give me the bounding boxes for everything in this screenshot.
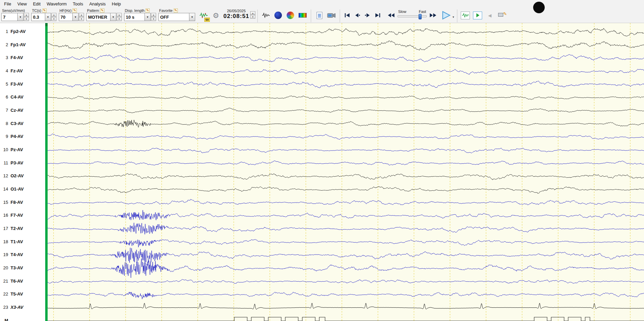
tc-spinner[interactable]: ▲▼ <box>51 13 56 21</box>
channel-row-C4-AV[interactable]: 6C4-AV <box>0 94 23 100</box>
hf-edit-icon[interactable]: ✎ <box>72 8 77 13</box>
control-tc: TC(s)✎0.3▼▲▼ <box>31 8 56 21</box>
channel-row-F8-AV[interactable]: 15F8-AV <box>0 200 23 206</box>
menu-analysis[interactable]: Analysis <box>86 0 108 7</box>
tc-dropdown-arrow[interactable]: ▼ <box>45 13 51 21</box>
channel-number: 6 <box>0 94 8 100</box>
disp-length-dropdown[interactable]: 10 s▼ <box>124 13 151 21</box>
channel-row-Fp2-AV[interactable]: 1Fp2-AV <box>0 29 26 35</box>
time-spinner[interactable]: ▲▼ <box>250 11 255 19</box>
channel-row-T3-AV[interactable]: 20T3-AV <box>0 265 23 271</box>
disp-length-edit-icon[interactable]: ✎ <box>146 8 150 13</box>
channel-row-T2-AV[interactable]: 17T2-AV <box>0 226 23 232</box>
speed-slider-track[interactable] <box>397 15 427 17</box>
auto-play-button[interactable] <box>472 10 484 21</box>
favorite-dropdown-arrow[interactable]: ▼ <box>189 13 195 21</box>
channel-row-X3-AV[interactable]: 23X3-AV <box>0 305 23 310</box>
go-last-button[interactable] <box>373 11 383 20</box>
montage-editor-button[interactable]: ✎ <box>496 10 508 21</box>
notch-filter-button[interactable]: 50 <box>198 10 209 21</box>
menu-help[interactable]: Help <box>109 0 124 7</box>
back-page-button[interactable]: ◀ <box>484 10 496 21</box>
speed-slider[interactable]: Slow Fast <box>397 10 427 17</box>
waveform-montage-button[interactable] <box>260 10 272 21</box>
channel-row-F3-AV[interactable]: 5F3-AV <box>0 82 23 87</box>
toolbar-separator <box>311 10 311 22</box>
hf-value: 70 <box>59 13 72 21</box>
channel-row-O1-AV[interactable]: 14O1-AV <box>0 186 24 192</box>
go-first-button[interactable] <box>342 11 352 20</box>
video-button[interactable] <box>326 10 337 21</box>
channel-row-M[interactable]: M <box>0 318 11 321</box>
channel-label: P4-AV <box>11 134 23 139</box>
skip-to-start-icon <box>344 13 350 18</box>
head-map-icon <box>274 12 282 19</box>
play-button[interactable] <box>438 10 454 20</box>
channel-row-C3-AV[interactable]: 8C3-AV <box>0 121 23 127</box>
channel-number: M <box>0 318 8 321</box>
menu-file[interactable]: File <box>1 0 14 7</box>
tc-edit-icon[interactable]: ✎ <box>43 8 47 13</box>
color-scale-button[interactable] <box>297 10 308 21</box>
channel-number: 12 <box>0 173 8 178</box>
channel-row-F7-AV[interactable]: 16F7-AV <box>0 213 23 218</box>
channel-number: 15 <box>0 200 8 205</box>
menu-edit[interactable]: Edit <box>30 0 44 7</box>
menu-waveform[interactable]: Waveform <box>44 0 70 7</box>
channel-label: T2-AV <box>11 226 23 231</box>
channel-label: F4-AV <box>11 55 23 60</box>
gear-icon: ⚙ <box>213 12 219 19</box>
disp-length-spinner[interactable]: ▲▼ <box>151 13 156 21</box>
channel-row-P4-AV[interactable]: 9P4-AV <box>0 134 23 140</box>
channel-row-F4-AV[interactable]: 3F4-AV <box>0 55 23 61</box>
trend-waveform-button[interactable] <box>460 10 471 21</box>
toolbar-separator <box>457 10 457 22</box>
fast-forward-button[interactable] <box>428 11 438 20</box>
channel-row-P3-AV[interactable]: 11P3-AV <box>0 160 23 166</box>
step-forward-icon <box>365 13 371 18</box>
play-options-arrow[interactable]: ▾ <box>453 15 454 19</box>
channel-label: Fp2-AV <box>11 29 26 34</box>
report-button[interactable] <box>313 10 325 21</box>
tc-dropdown[interactable]: 0.3▼ <box>31 13 51 21</box>
step-forward-button[interactable] <box>362 11 373 20</box>
channel-row-Cz-AV[interactable]: 7Cz-AV <box>0 108 23 113</box>
step-back-button[interactable] <box>352 11 362 20</box>
rewind-button[interactable] <box>386 11 396 20</box>
channel-row-Pz-AV[interactable]: 10Pz-AV <box>0 147 23 153</box>
disp-length-value: 10 s <box>124 13 145 21</box>
pattern-dropdown-arrow[interactable]: ▼ <box>110 13 116 21</box>
channel-row-Fp1-AV[interactable]: 2Fp1-AV <box>0 42 26 48</box>
color-scale-icon <box>299 13 307 18</box>
channel-number: 9 <box>0 134 8 139</box>
menu-tools[interactable]: Tools <box>70 0 86 7</box>
hf-dropdown[interactable]: 70▼ <box>59 13 79 21</box>
pattern-spinner[interactable]: ▲▼ <box>117 13 122 21</box>
disp-length-dropdown-arrow[interactable]: ▼ <box>145 13 151 21</box>
menu-view[interactable]: View <box>14 0 30 7</box>
hf-spinner[interactable]: ▲▼ <box>79 13 84 21</box>
favorite-edit-icon[interactable]: ✎ <box>174 8 178 13</box>
channel-label: P3-AV <box>11 160 23 165</box>
waveform-display[interactable] <box>48 23 644 321</box>
channel-row-T4-AV[interactable]: 19T4-AV <box>0 252 23 258</box>
hf-dropdown-arrow[interactable]: ▼ <box>72 13 79 21</box>
sens-spinner[interactable]: ▲▼ <box>24 13 29 21</box>
settings-gear-button[interactable]: ⚙ <box>210 10 222 21</box>
channel-row-O2-AV[interactable]: 12O2-AV <box>0 173 24 179</box>
channel-row-Fz-AV[interactable]: 4Fz-AV <box>0 68 23 74</box>
speed-slider-handle[interactable] <box>419 14 422 19</box>
sens-dropdown[interactable]: 7▼ <box>1 13 23 21</box>
pattern-edit-icon[interactable]: ✎ <box>100 8 104 13</box>
video-camera-icon <box>327 12 336 18</box>
brain-map-button[interactable] <box>285 10 296 21</box>
channel-row-T6-AV[interactable]: 21T6-AV <box>0 279 23 284</box>
channel-label: O2-AV <box>11 173 24 178</box>
channel-row-T5-AV[interactable]: 22T5-AV <box>0 291 23 297</box>
webcam-dot <box>533 2 545 13</box>
channel-row-T1-AV[interactable]: 18T1-AV <box>0 239 23 245</box>
topo-map-button[interactable] <box>272 10 284 21</box>
favorite-dropdown[interactable]: OFF▼ <box>158 13 195 21</box>
sens-dropdown-arrow[interactable]: ▼ <box>17 13 23 21</box>
pattern-dropdown[interactable]: MOTHER▼ <box>86 13 116 21</box>
